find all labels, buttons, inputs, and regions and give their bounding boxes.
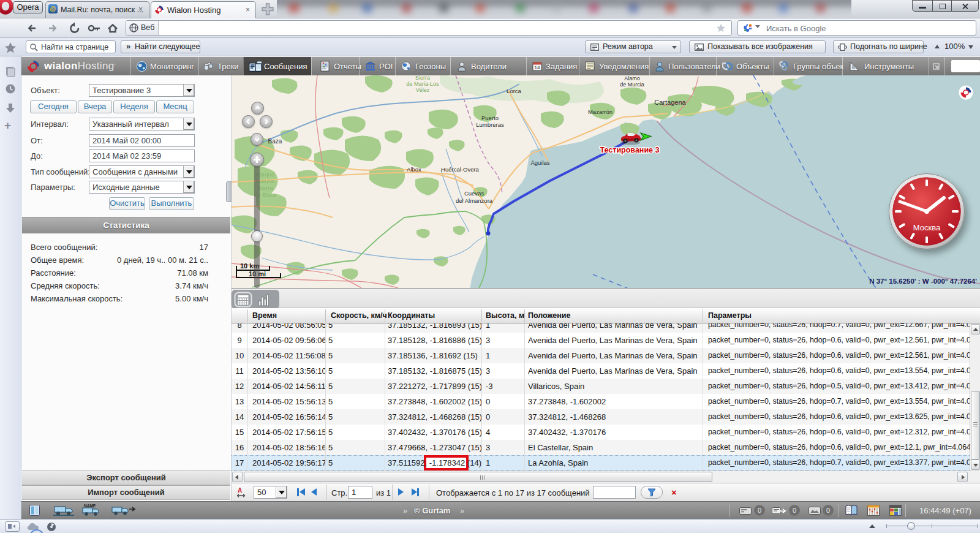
svg-text:Lorca: Lorca [507,88,521,94]
svg-text:Alamo: Alamo [624,75,640,81]
svg-text:14: 14 [535,65,540,70]
svg-text:Москва: Москва [913,223,941,232]
svg-text:Puerto: Puerto [481,115,499,121]
svg-text:Albox: Albox [407,166,421,173]
svg-text:de María-Los: de María-Los [406,81,439,87]
svg-text:Huércal-Overa: Huércal-Overa [441,166,479,173]
svg-text:Cuevas: Cuevas [464,190,484,197]
svg-text:Cartagena: Cartagena [654,99,686,106]
svg-text:Águilas: Águilas [530,159,549,166]
svg-text:Sierra: Sierra [257,184,273,191]
svg-text:Vélez: Vélez [416,87,430,93]
svg-text:del Almanzora: del Almanzora [456,197,493,204]
svg-text:de Murcia: de Murcia [620,81,644,88]
svg-text:Lumbreras: Lumbreras [476,121,504,128]
svg-text:Baza: Baza [268,138,282,145]
svg-text:Тестирование 3: Тестирование 3 [600,146,660,154]
svg-text:Sierra: Sierra [415,75,430,81]
svg-text:А: А [238,487,242,494]
svg-text:NAME: NAME [84,504,96,508]
svg-text:Mazarrón: Mazarrón [588,108,612,115]
